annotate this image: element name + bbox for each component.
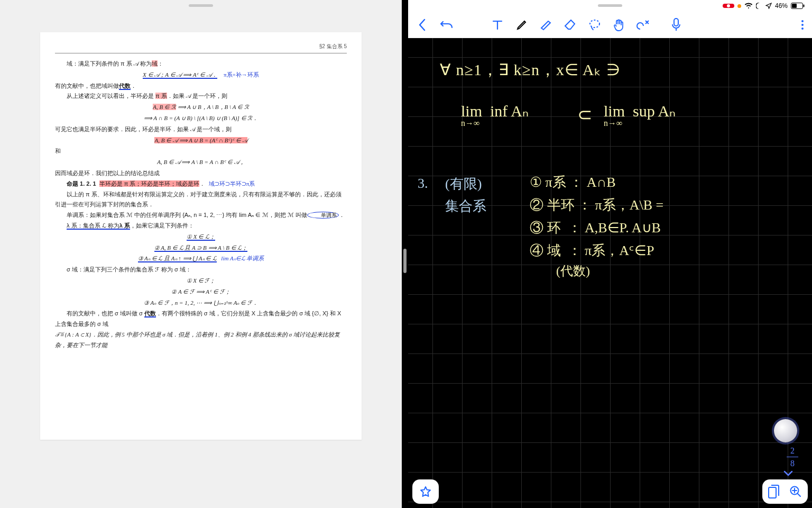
text: 有的文献中，也把 σ 域叫做 σ (67, 310, 144, 316)
zoom-in-icon (789, 485, 802, 498)
text: σ 域：满足下列三个条件的集合系 ℱ 称为 σ 域： (67, 266, 191, 273)
split-view-divider[interactable] (402, 0, 408, 508)
handwriting-line: ③ 环 ： A,B∈P. A∪B (530, 219, 661, 237)
chevron-down-icon (783, 470, 793, 477)
bookmark-button[interactable] (412, 479, 439, 504)
term-underlined: 代数 (119, 83, 131, 90)
handwriting-line: ∀ n≥1，∃ k≥n，x∈ Aₖ ∋ (440, 59, 621, 81)
mic-button[interactable] (664, 13, 688, 37)
text: ． (131, 83, 136, 89)
text: 单调系：如果对集合系 ℳ 中的任何单调序列 {Aₙ, n = 1, 2, ⋯} … (67, 212, 307, 218)
pdf-page[interactable]: §2 集合系 5 域：满足下列条件的 π 系 𝒜 称为域： X ∈ 𝒜；A ∈ … (40, 32, 362, 440)
math-underlined: ① X ∈ ℒ； (187, 233, 215, 241)
notes-toolbar (408, 12, 812, 38)
handwriting-line: 集合系 (445, 197, 486, 215)
assistive-touch-knob[interactable] (774, 419, 797, 442)
term-underlined: λ 系 (119, 222, 130, 230)
notes-app-pane: 46% (408, 0, 812, 508)
text: 从上述诸定义可以看出，半环必是 (67, 93, 155, 99)
handwritten-annotation: lim Aₙ∈ℒ 单调系 (221, 255, 264, 261)
math-underlined: ⋃ Aₙ ∈ ℒ (192, 255, 217, 262)
svg-rect-2 (804, 5, 805, 7)
term-underlined: 代数 (144, 310, 156, 318)
handwriting-line: lim sup Aₙ (604, 102, 676, 120)
handwriting-line: (代数) (556, 262, 590, 279)
text: 有的文献中，也把域叫做 (55, 83, 119, 89)
text: 可见它也满足半环的要求．因此，环必是半环．如果 𝒜 是一个域，则 (55, 126, 232, 132)
highlight-red: A, B ∈ 𝒜 ⟹ A ∪ B = (Aᶜ ∩ Bᶜ)ᶜ ∈ 𝒜 (154, 137, 247, 143)
handwriting-line: (有限) (445, 175, 482, 193)
text: 和 (55, 148, 61, 154)
multitask-grabber-left[interactable] (189, 4, 213, 7)
more-menu-button[interactable] (795, 14, 810, 36)
svg-point-3 (590, 20, 599, 28)
highlighter-tool[interactable] (534, 13, 558, 37)
math-underlined: X ∈ 𝒜；A ∈ 𝒜 ⟹ Aᶜ ∈ 𝒜． (143, 71, 217, 79)
location-icon (765, 3, 772, 9)
text: ② A ∈ ℱ ⟹ Aᶜ ∈ ℱ； (171, 288, 230, 295)
svg-rect-5 (769, 487, 776, 498)
handwriting-sym: ⊂ (577, 104, 592, 125)
highlight-red: A, B ∈ ℛ (153, 104, 176, 110)
handwriting-sub: n→∞ (604, 119, 622, 128)
split-resize-handle[interactable] (403, 249, 407, 273)
handwritten-annotation: π系+补→环系 (224, 71, 259, 78)
undo-button[interactable] (435, 13, 459, 37)
math-underlined: ② A, B ∈ ℒ 且 A ⊃ B ⟹ A \ B ∈ ℒ； (154, 244, 248, 252)
text: ，如果它满足下列条件： (130, 222, 194, 229)
handwriting-section-num: 3. (418, 176, 428, 192)
text: ⟹ A ∩ B = (A ∪ B) \ [(A \ B) ∪ (B \ A)] … (144, 115, 259, 121)
screen-recording-indicator[interactable] (723, 4, 734, 8)
text: ⟹ A ∪ B，A \ B，B \ A ∈ ℛ (176, 104, 249, 110)
text: 域：满足下列条件的 π 系 𝒜 称为 (67, 60, 152, 67)
handwritten-annotation: 域⊃环⊃半环⊃π系 (209, 180, 255, 187)
pen-tool[interactable] (510, 13, 534, 37)
hand-tool[interactable] (607, 13, 631, 37)
page-current: 2 (783, 446, 801, 456)
svg-rect-1 (792, 4, 797, 8)
highlight-red: 域 (152, 60, 158, 67)
copy-page-icon (768, 485, 780, 498)
add-page-controls[interactable] (762, 479, 808, 504)
proposition-label: 命题 1. 2. 1 (67, 180, 96, 187)
text: ① X ∈ ℱ； (187, 277, 216, 284)
page-indicator[interactable]: 2 8 (783, 446, 801, 477)
text: ．如果 𝒜 是一个环，则 (167, 93, 227, 99)
moon-icon (756, 3, 762, 9)
circled-term: 单调系 (307, 212, 339, 219)
handwriting-sub: n→∞ (461, 119, 479, 128)
text-tool[interactable] (485, 13, 510, 37)
highlight-red: 半环必是 π 系；环必是半环；域必是环 (99, 180, 200, 187)
battery-icon (791, 3, 805, 9)
page-running-head: §2 集合系 5 (55, 42, 347, 53)
highlight-red: π 系 (155, 93, 167, 99)
text: 以上的 π 系、环和域都是针对有限运算定义的．对于建立测度来说，只有有限运算是不… (55, 191, 342, 208)
handwriting-line: ① π系 ： A∩B (530, 173, 616, 192)
math-underlined: ③ Aₙ ∈ ℒ 且 Aₙ ↑ ⟹ (138, 255, 193, 262)
svg-rect-4 (674, 19, 678, 26)
handwriting-line: ② 半环 ： π系，A\B = (530, 196, 663, 214)
text: ③ Aₙ ∈ ℱ，n = 1, 2, ⋯ ⟹ ⋃ₙ₌₁^∞ Aₙ ∈ ℱ． (144, 300, 258, 306)
mic-in-use-dot (737, 4, 741, 8)
eraser-tool[interactable] (558, 13, 583, 37)
back-button[interactable] (410, 13, 435, 37)
shape-tool[interactable] (631, 13, 656, 37)
page-total: 8 (783, 458, 801, 468)
lasso-tool[interactable] (583, 13, 607, 37)
wifi-icon (744, 3, 753, 9)
pdf-viewer-pane: §2 集合系 5 域：满足下列条件的 π 系 𝒜 称为域： X ∈ 𝒜；A ∈ … (0, 0, 402, 508)
text: 𝒯 ≝ {A : A ⊂ X}．因此，例 5 中那个环也是 σ 域．但是，沿着例… (55, 331, 340, 348)
battery-percent: 46% (775, 2, 788, 10)
text: 因而域必是环．我们把以上的结论总结成 (55, 170, 160, 176)
text: A, B ∈ 𝒜 ⟹ A \ B = A ∩ Bᶜ ∈ 𝒜， (157, 159, 244, 165)
handwriting-canvas[interactable]: ∀ n≥1，∃ k≥n，x∈ Aₖ ∋ lim inf Aₙ n→∞ ⊂ lim… (408, 38, 812, 508)
handwriting-line: ④ 域 ： π系，Aᶜ∈P (530, 241, 654, 260)
handwriting-line: lim inf Aₙ (461, 102, 529, 120)
tool-group (485, 13, 656, 37)
term-underlined: λ 系：集合系 ℒ 称为 (67, 222, 119, 230)
multitask-grabber-right[interactable] (598, 4, 622, 7)
